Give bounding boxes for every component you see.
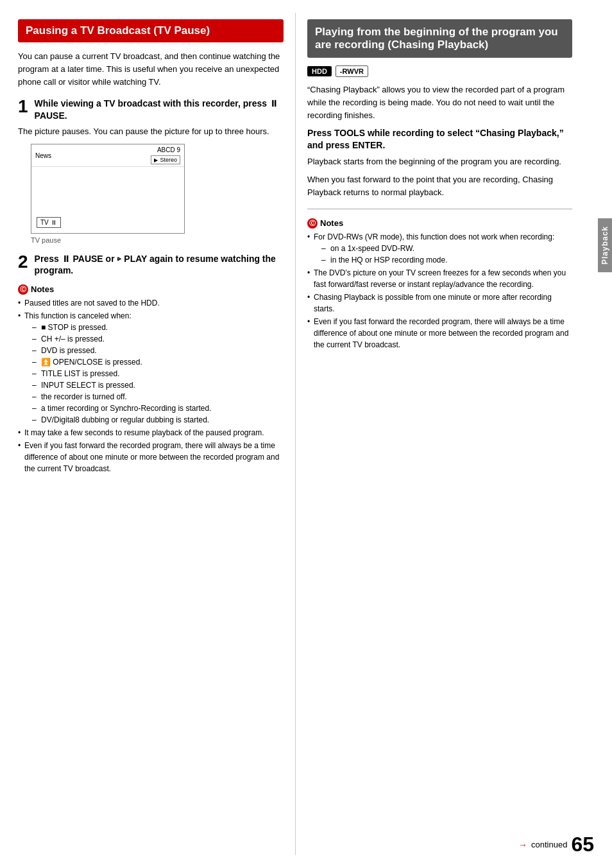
tv-screen-illustration: News ABCD 9 ▶ Stereo TV ⏸ xyxy=(31,144,185,234)
step2-number: 2 xyxy=(18,253,28,271)
step1-heading: 1 While viewing a TV broadcast with this… xyxy=(18,98,284,121)
list-item: The DVD’s picture on your TV screen free… xyxy=(307,267,572,290)
hdd-badge: HDD xyxy=(307,66,332,76)
tv-abcd: ABCD 9 xyxy=(157,146,180,153)
right-notes-title: Notes xyxy=(320,218,343,228)
list-item: Even if you fast forward the recorded pr… xyxy=(18,440,284,474)
left-column: Pausing a TV Broadcast (TV Pause) You ca… xyxy=(0,13,295,855)
left-notes-list: Paused titles are not saved to the HDD. … xyxy=(18,297,284,474)
list-item: TITLE LIST is pressed. xyxy=(32,368,284,379)
right-section-title: Playing from the beginning of the progra… xyxy=(307,19,572,58)
stereo-label: Stereo xyxy=(160,157,177,163)
badge-row: HDD -RWVR xyxy=(307,65,572,77)
list-item: on a 1x-speed DVD-RW. xyxy=(321,243,572,254)
right-subdesc1: Playback starts from the beginning of th… xyxy=(307,155,572,168)
list-item: This function is canceled when: ■ STOP i… xyxy=(18,310,284,426)
right-column: Playing from the beginning of the progra… xyxy=(295,13,590,855)
tv-caption: TV pause xyxy=(31,236,284,244)
step1-desc: The picture pauses. You can pause the pi… xyxy=(18,125,284,138)
left-notes-title: Notes xyxy=(31,284,54,294)
list-item: ■ STOP is pressed. xyxy=(32,322,284,333)
rwvr-badge: -RWVR xyxy=(336,65,368,77)
footer-arrow-icon: → xyxy=(518,840,527,850)
list-item: For DVD-RWs (VR mode), this function doe… xyxy=(307,231,572,266)
left-notes-header: Ⓒ Notes xyxy=(18,284,284,295)
step1-text: While viewing a TV broadcast with this r… xyxy=(35,98,284,121)
divider xyxy=(307,209,572,209)
right-notes: Ⓒ Notes For DVD-RWs (VR mode), this func… xyxy=(307,218,572,351)
list-item: the recorder is turned off. xyxy=(32,391,284,403)
list-item: Paused titles are not saved to the HDD. xyxy=(18,297,284,309)
tv-channel-name: News xyxy=(35,152,51,159)
footer-continued-text: continued xyxy=(531,840,567,849)
right-notes-list: For DVD-RWs (VR mode), this function doe… xyxy=(307,231,572,351)
right-intro: “Chasing Playback” allows you to view th… xyxy=(307,83,572,122)
right-notes-sublist: on a 1x-speed DVD-RW. in the HQ or HSP r… xyxy=(314,243,572,266)
right-notes-icon: Ⓒ xyxy=(307,218,318,229)
press-tools-heading: Press TOOLS while recording to select “C… xyxy=(307,127,572,152)
list-item: Even if you fast forward the recorded pr… xyxy=(307,316,572,351)
list-item: DVD is pressed. xyxy=(32,345,284,356)
right-subdesc2: When you fast forward to the point that … xyxy=(307,173,572,199)
list-item: Chasing Playback is possible from one mi… xyxy=(307,291,572,315)
tv-bottom-label: TV ⏸ xyxy=(40,219,57,226)
step2-heading: 2 Press ⏸ PAUSE or ▷ PLAY again to resum… xyxy=(18,253,284,276)
footer-page-number: 65 xyxy=(571,833,594,856)
stereo-play-icon: ▶ xyxy=(154,157,158,163)
list-item: CH +/– is pressed. xyxy=(32,333,284,345)
footer: → continued 65 xyxy=(518,833,594,856)
step1-number: 1 xyxy=(18,98,28,116)
left-notes-icon: Ⓒ xyxy=(18,284,28,295)
tv-bottom-bar: TV ⏸ xyxy=(37,217,61,228)
tv-stereo-badge: ▶ Stereo xyxy=(151,155,180,164)
step2-text: Press ⏸ PAUSE or ▷ PLAY again to resume … xyxy=(35,253,284,276)
tv-screen-inner: News ABCD 9 ▶ Stereo TV ⏸ xyxy=(31,144,184,233)
left-section-title: Pausing a TV Broadcast (TV Pause) xyxy=(18,19,284,42)
left-intro: You can pause a current TV broadcast, an… xyxy=(18,50,284,89)
list-item: ⏫ OPEN/CLOSE is pressed. xyxy=(32,356,284,368)
list-item: DV/Digital8 dubbing or regular dubbing i… xyxy=(32,414,284,426)
list-item: INPUT SELECT is pressed. xyxy=(32,379,284,391)
list-item: It may take a few seconds to resume play… xyxy=(18,427,284,438)
left-notes: Ⓒ Notes Paused titles are not saved to t… xyxy=(18,284,284,474)
sidebar-playback-label: Playback xyxy=(598,218,612,272)
list-item: a timer recording or Synchro-Recording i… xyxy=(32,403,284,414)
page: Pausing a TV Broadcast (TV Pause) You ca… xyxy=(0,0,612,868)
tv-channel-bar: News ABCD 9 ▶ Stereo xyxy=(31,144,184,167)
list-item: in the HQ or HSP recording mode. xyxy=(321,254,572,266)
right-notes-header: Ⓒ Notes xyxy=(307,218,572,229)
left-notes-sublist: ■ STOP is pressed. CH +/– is pressed. DV… xyxy=(24,322,284,426)
